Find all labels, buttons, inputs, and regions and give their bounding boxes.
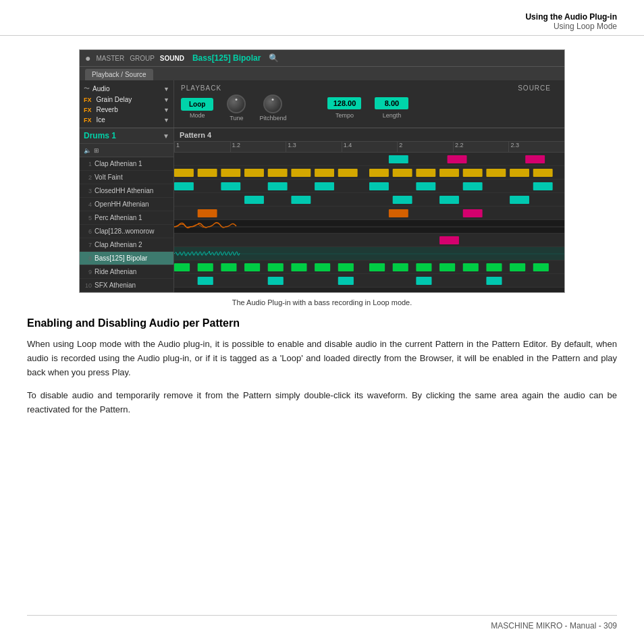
- svg-rect-5: [221, 169, 240, 177]
- audio-channel-row: 〜 Audio ▼: [80, 83, 173, 95]
- grid-pads-3: [174, 180, 564, 192]
- svg-rect-12: [393, 169, 412, 177]
- svg-rect-32: [198, 209, 217, 217]
- track-name-5: Perc Athenian 1: [95, 214, 171, 221]
- svg-rect-25: [463, 182, 483, 190]
- pitchbend-group: Pitchbend: [259, 95, 286, 122]
- ice-label: Ice: [97, 116, 161, 124]
- svg-rect-10: [338, 169, 358, 177]
- caption: The Audio Plug-in with a bass recording …: [27, 298, 617, 306]
- grid-row-8: [174, 247, 564, 261]
- svg-rect-54: [198, 277, 213, 285]
- length-group: 8.00 Length: [375, 97, 408, 119]
- sound-name: Bass[125] Bipolar: [192, 53, 261, 63]
- svg-rect-48: [416, 263, 431, 271]
- svg-rect-8: [291, 169, 311, 177]
- audio-dropdown-icon[interactable]: ▼: [163, 86, 169, 92]
- search-icon[interactable]: 🔍: [269, 53, 279, 63]
- svg-rect-14: [439, 169, 459, 177]
- track-row[interactable]: 4 OpenHH Athenian: [80, 198, 173, 211]
- track-name-6: Clap[128..womorow: [95, 227, 171, 235]
- waveform-6[interactable]: [174, 220, 564, 233]
- group-btn[interactable]: GROUP: [130, 55, 155, 62]
- svg-rect-27: [244, 196, 264, 204]
- playback-source-tab[interactable]: Playback / Source: [85, 69, 153, 80]
- screenshot: ● MASTER GROUP SOUND Bass[125] Bipolar 🔍…: [79, 49, 565, 293]
- svg-rect-42: [268, 263, 284, 271]
- grid-row-6: [174, 220, 564, 234]
- grid-row-3: [174, 180, 564, 193]
- svg-rect-41: [244, 263, 260, 271]
- track-row[interactable]: 7 Clap Athenian 2: [80, 238, 173, 252]
- audio-plugin-panel: 〜 Audio ▼ FX Grain Delay ▼ FX Reverb ▼: [80, 80, 564, 128]
- length-value[interactable]: 8.00: [375, 97, 408, 109]
- svg-rect-31: [510, 196, 529, 204]
- master-btn[interactable]: MASTER: [96, 55, 124, 62]
- pb-src-labels: PLAYBACK SOURCE: [181, 84, 558, 92]
- svg-rect-1: [448, 155, 467, 163]
- ice-dropdown-icon[interactable]: ▼: [163, 117, 169, 124]
- grid-row-1: [174, 153, 564, 166]
- track-row[interactable]: 8 Bass[125] Bipolar: [80, 252, 173, 265]
- track-row[interactable]: 1 Clap Athenian 1: [80, 157, 173, 171]
- audio-label: Audio: [92, 85, 161, 92]
- track-row[interactable]: 3 ClosedHH Athenian: [80, 184, 173, 198]
- svg-rect-17: [510, 169, 529, 177]
- tempo-value[interactable]: 128.00: [327, 97, 361, 109]
- svg-rect-53: [533, 263, 549, 271]
- grid-pads-9: [174, 261, 564, 273]
- grain-delay-dropdown-icon[interactable]: ▼: [163, 97, 169, 103]
- sound-btn[interactable]: SOUND: [160, 55, 184, 62]
- svg-rect-9: [315, 169, 334, 177]
- reverb-dropdown-icon[interactable]: ▼: [163, 107, 169, 113]
- track-num-5: 5: [82, 215, 92, 221]
- pattern-grid-area: Pattern 4 1 1.2 1.3 1.4 2 2.2 2.3: [174, 128, 564, 292]
- track-name-7: Clap Athenian 2: [95, 241, 171, 248]
- svg-rect-33: [389, 209, 408, 217]
- drums-header: Drums 1 ▼: [80, 128, 173, 144]
- svg-rect-15: [463, 169, 483, 177]
- body-paragraph-1: When using Loop mode with the Audio plug…: [27, 338, 617, 379]
- ice-row: FX Ice ▼: [80, 115, 173, 125]
- waveform-8[interactable]: [174, 247, 564, 260]
- pitchbend-knob[interactable]: [263, 95, 282, 113]
- ruler-2: 2: [397, 142, 453, 152]
- grain-delay-label: Grain Delay: [97, 96, 161, 103]
- svg-rect-4: [198, 169, 217, 177]
- track-num-8: 8: [82, 255, 92, 262]
- svg-rect-11: [369, 169, 389, 177]
- reverb-label: Reverb: [97, 106, 161, 113]
- svg-rect-6: [244, 169, 264, 177]
- svg-rect-38: [174, 263, 190, 271]
- track-row[interactable]: 10 SFX Athenian: [80, 279, 173, 292]
- tempo-group: 128.00 Tempo: [327, 97, 361, 119]
- track-name-4: OpenHH Athenian: [95, 200, 171, 208]
- svg-rect-44: [315, 263, 330, 271]
- track-row[interactable]: 2 Volt Faint: [80, 171, 173, 184]
- track-num-7: 7: [82, 242, 92, 248]
- ruler-2-3: 2.3: [508, 142, 564, 152]
- plugin-tabs: Playback / Source: [80, 67, 564, 80]
- track-row[interactable]: 6 Clap[128..womorow: [80, 225, 173, 238]
- grid-row-7: [174, 234, 564, 247]
- svg-rect-7: [268, 169, 288, 177]
- loop-button[interactable]: Loop: [181, 98, 213, 111]
- tune-knob[interactable]: [227, 95, 246, 113]
- speaker-icon: 🔈: [84, 147, 91, 154]
- svg-rect-58: [486, 277, 502, 285]
- track-name-3: ClosedHH Athenian: [95, 187, 171, 194]
- grid-row-9: [174, 261, 564, 274]
- svg-rect-47: [393, 263, 408, 271]
- tune-knob-indicator: [236, 99, 238, 101]
- track-row[interactable]: 5 Perc Athenian 1: [80, 211, 173, 225]
- page-content: ● MASTER GROUP SOUND Bass[125] Bipolar 🔍…: [0, 36, 644, 440]
- svg-rect-13: [416, 169, 435, 177]
- track-row[interactable]: 9 Ride Athenian: [80, 265, 173, 279]
- grid-pads-2: [174, 166, 564, 179]
- drums-label: Drums 1: [84, 131, 163, 140]
- svg-rect-49: [439, 263, 455, 271]
- svg-rect-0: [389, 155, 408, 163]
- ruler-1-4: 1.4: [342, 142, 398, 152]
- svg-rect-57: [416, 277, 431, 285]
- pattern-header-row: Pattern 4: [174, 128, 564, 142]
